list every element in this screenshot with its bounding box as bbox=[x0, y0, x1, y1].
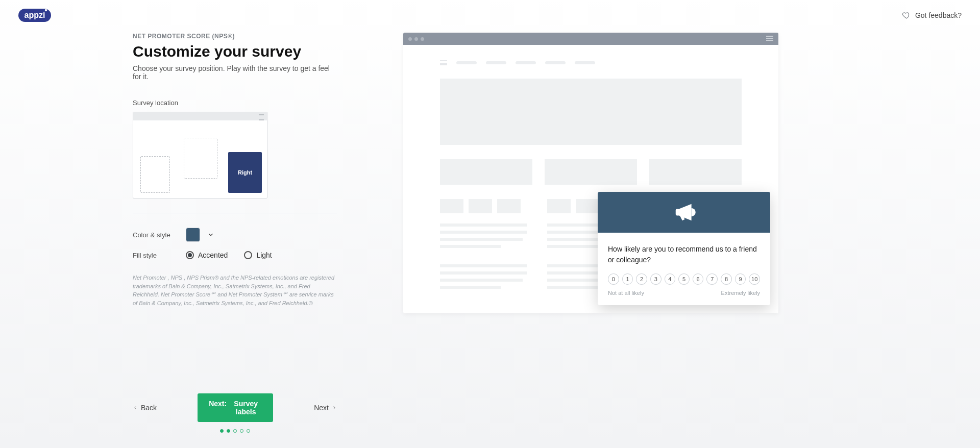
page-subtitle: Choose your survey position. Play with t… bbox=[133, 64, 337, 81]
hamburger-icon bbox=[766, 35, 773, 42]
location-option-right[interactable]: Right bbox=[228, 152, 262, 193]
survey-location-label: Survey location bbox=[133, 99, 337, 107]
preview-hero-skeleton bbox=[440, 79, 742, 145]
radio-icon bbox=[186, 251, 194, 259]
mini-browser-chrome bbox=[133, 112, 267, 120]
step-dot-3 bbox=[233, 429, 237, 433]
accent-color-swatch[interactable] bbox=[186, 228, 200, 242]
nps-score-2[interactable]: 2 bbox=[636, 273, 647, 285]
radio-icon bbox=[244, 251, 252, 259]
next-primary-prefix: Next: bbox=[209, 400, 227, 416]
traffic-lights-icon bbox=[408, 37, 424, 41]
nps-score-5[interactable]: 5 bbox=[678, 273, 690, 285]
preview-nav-skeleton bbox=[440, 60, 742, 65]
location-option-right-label: Right bbox=[238, 169, 252, 176]
section-divider bbox=[133, 213, 337, 213]
back-button-label: Back bbox=[141, 404, 157, 412]
preview-lines-skeleton bbox=[440, 223, 527, 248]
next-button-label: Next bbox=[314, 404, 329, 412]
nps-high-label: Extremely likely bbox=[721, 290, 760, 296]
next-primary-label: Survey labels bbox=[230, 400, 262, 416]
next-button[interactable]: Next bbox=[314, 404, 337, 412]
nps-score-9[interactable]: 9 bbox=[735, 273, 746, 285]
wizard-step-indicator bbox=[133, 429, 337, 433]
preview-thumbs-skeleton bbox=[440, 199, 527, 213]
nps-score-10[interactable]: 10 bbox=[749, 273, 760, 285]
megaphone-icon bbox=[671, 201, 697, 223]
svg-rect-2 bbox=[676, 209, 680, 216]
brand-text: appzi bbox=[24, 11, 45, 19]
got-feedback-link[interactable]: Got feedback? bbox=[902, 11, 962, 20]
brand-logo[interactable]: appzi bbox=[18, 8, 54, 23]
location-option-center[interactable] bbox=[184, 138, 217, 179]
preview-browser-chrome bbox=[403, 33, 778, 45]
kicker: NET PROMOTER SCORE (NPS®) bbox=[133, 33, 337, 40]
preview-lines-skeleton bbox=[440, 264, 527, 289]
nps-score-3[interactable]: 3 bbox=[650, 273, 662, 285]
chevron-down-icon[interactable] bbox=[207, 231, 214, 238]
trademark-disclaimer: Net Promoter , NPS , NPS Prism® and the … bbox=[133, 273, 337, 307]
step-dot-5 bbox=[247, 429, 250, 433]
nps-score-0[interactable]: 0 bbox=[608, 273, 619, 285]
survey-question: How likely are you to recommend us to a … bbox=[608, 244, 760, 265]
preview-cards-skeleton bbox=[440, 159, 742, 185]
fill-option-light-label: Light bbox=[256, 251, 272, 259]
location-option-left[interactable] bbox=[140, 156, 170, 193]
fill-option-light[interactable]: Light bbox=[244, 251, 272, 259]
fill-option-accented[interactable]: Accented bbox=[186, 251, 228, 259]
chevron-right-icon bbox=[332, 404, 337, 412]
nps-score-4[interactable]: 4 bbox=[665, 273, 676, 285]
step-dot-1 bbox=[220, 429, 224, 433]
fill-option-accented-label: Accented bbox=[198, 251, 228, 259]
nps-scale: 0 1 2 3 4 5 6 7 8 9 10 bbox=[608, 273, 760, 285]
heart-icon bbox=[902, 11, 911, 20]
back-button[interactable]: Back bbox=[133, 404, 157, 412]
nps-score-1[interactable]: 1 bbox=[622, 273, 633, 285]
survey-widget-header bbox=[598, 192, 770, 233]
nps-score-6[interactable]: 6 bbox=[693, 273, 704, 285]
svg-point-1 bbox=[45, 9, 47, 11]
fill-style-label: Fill style bbox=[133, 252, 179, 259]
chevron-left-icon bbox=[133, 404, 138, 412]
survey-location-picker: Right bbox=[133, 112, 267, 198]
color-style-label: Color & style bbox=[133, 231, 179, 239]
page-title: Customize your survey bbox=[133, 43, 337, 60]
nps-low-label: Not at all likely bbox=[608, 290, 644, 296]
step-dot-2 bbox=[227, 429, 230, 433]
next-primary-button[interactable]: Next: Survey labels bbox=[198, 393, 273, 422]
got-feedback-label: Got feedback? bbox=[915, 11, 962, 19]
step-dot-4 bbox=[240, 429, 243, 433]
nps-score-7[interactable]: 7 bbox=[706, 273, 718, 285]
nps-survey-widget: How likely are you to recommend us to a … bbox=[598, 192, 770, 305]
survey-preview: How likely are you to recommend us to a … bbox=[403, 33, 778, 313]
nps-score-8[interactable]: 8 bbox=[721, 273, 732, 285]
